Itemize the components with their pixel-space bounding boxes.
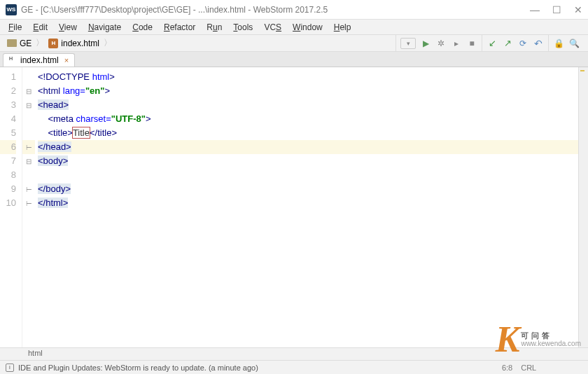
line-number: 6 (0, 140, 16, 154)
fold-handle[interactable]: ⊟ (22, 98, 35, 112)
status-caret-position[interactable]: 6:8 (502, 363, 512, 372)
tab-close-button[interactable]: × (64, 56, 69, 64)
line-number: 7 (0, 154, 16, 168)
titlebar: WS GE - [C:\Users\fff777\Desktop\project… (0, 0, 588, 20)
code-area[interactable]: <!DOCTYPE html> <html lang="en"> <head> … (35, 67, 588, 347)
menu-tools[interactable]: Tools (227, 21, 258, 34)
menu-window[interactable]: Window (287, 21, 328, 34)
debug-button[interactable]: ✲ (435, 38, 447, 49)
statusbar: i IDE and Plugin Updates: WebStorm is re… (0, 360, 588, 374)
fold-handle[interactable]: ⊟ (22, 84, 35, 98)
status-line-separator[interactable]: CRL (521, 363, 536, 372)
close-button[interactable]: ✕ (574, 4, 582, 15)
line-number: 4 (0, 112, 16, 126)
maximize-button[interactable]: ☐ (552, 4, 561, 15)
breadcrumb-root[interactable]: GE (4, 39, 34, 48)
line-number: 3 (0, 98, 16, 112)
menu-run[interactable]: Run (201, 21, 227, 34)
run-button[interactable]: ▶ (420, 38, 431, 49)
chevron-right-icon: 〉 (36, 37, 44, 49)
watermark-url: www.kewenda.com (521, 340, 581, 348)
webstorm-icon: WS (6, 4, 17, 15)
vcs-history-button[interactable]: ⟳ (517, 38, 528, 49)
tab-label: index.html (20, 55, 59, 65)
vcs-update-button[interactable]: ↙ (486, 38, 498, 49)
breadcrumb-file[interactable]: H index.html (46, 39, 102, 48)
window-title: GE - [C:\Users\fff777\Desktop\project\GE… (21, 5, 530, 15)
folder-icon (7, 39, 17, 47)
watermark-k-icon: K (496, 319, 520, 360)
fold-handle[interactable]: ⊟ (22, 154, 35, 168)
notification-icon[interactable]: i (6, 363, 14, 372)
html-file-icon: H (9, 56, 18, 64)
search-button[interactable]: 🔍 (568, 38, 580, 49)
tab-index-html[interactable]: H index.html × (3, 53, 75, 67)
line-number: 8 (0, 168, 16, 182)
coverage-button[interactable]: ▸ (451, 38, 462, 49)
watermark-logo: K 可问答 www.kewenda.com (496, 319, 581, 360)
breadcrumb-file-label: index.html (61, 39, 99, 48)
vertical-scrollbar[interactable] (578, 67, 588, 347)
watermark-cn: 可问答 (521, 331, 581, 340)
line-number: 5 (0, 126, 16, 140)
menu-file[interactable]: File (3, 21, 27, 34)
vcs-revert-button[interactable]: ↶ (533, 38, 544, 49)
lock-icon[interactable]: 🔒 (553, 38, 564, 49)
html-file-icon: H (48, 39, 58, 48)
line-number: 9 (0, 182, 16, 196)
vcs-commit-button[interactable]: ↗ (502, 38, 513, 49)
navigation-bar: GE 〉 H index.html 〉 ▾ ▶ ✲ ▸ ■ ↙ ↗ ⟳ ↶ 🔒 … (0, 35, 588, 52)
menu-view[interactable]: View (53, 21, 83, 34)
menu-edit[interactable]: Edit (27, 21, 53, 34)
breadcrumb-root-label: GE (20, 39, 31, 48)
line-number: 2 (0, 84, 16, 98)
menu-vcs[interactable]: VCS (258, 21, 287, 34)
chevron-right-icon: 〉 (104, 37, 112, 49)
menu-navigate[interactable]: Navigate (83, 21, 127, 34)
line-number: 10 (0, 196, 16, 210)
menu-code[interactable]: Code (127, 21, 158, 34)
minimize-button[interactable]: — (530, 4, 540, 15)
menubar: File Edit View Navigate Code Refactor Ru… (0, 20, 588, 35)
editor: 1 2 3 4 5 6 7 8 9 10 ⊟ ⊟ ⊢ ⊟ ⊢ ⊢ <!DOCTY… (0, 67, 588, 347)
status-message[interactable]: IDE and Plugin Updates: WebStorm is read… (18, 363, 258, 372)
line-number: 1 (0, 70, 16, 84)
menu-help[interactable]: Help (328, 21, 357, 34)
fold-column: ⊟ ⊟ ⊢ ⊟ ⊢ ⊢ (22, 67, 35, 347)
editor-tabs: H index.html × (0, 52, 588, 67)
line-gutter: 1 2 3 4 5 6 7 8 9 10 (0, 67, 22, 347)
menu-refactor[interactable]: Refactor (158, 21, 201, 34)
stop-button[interactable]: ■ (466, 38, 477, 49)
run-config-dropdown[interactable]: ▾ (400, 38, 416, 49)
